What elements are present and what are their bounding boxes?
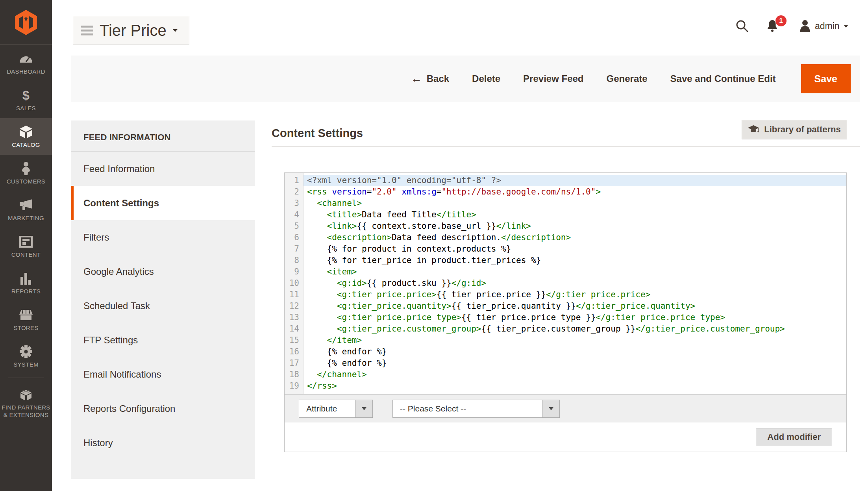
panel-item-google-analytics[interactable]: Google Analytics (71, 254, 255, 289)
panel-item-scheduled-task[interactable]: Scheduled Task (71, 289, 255, 323)
code-line[interactable]: {% endfor %} (304, 346, 846, 358)
panel-item-content-settings[interactable]: Content Settings (71, 186, 255, 220)
modifier-button-row: Add modifier (285, 422, 846, 452)
notifications-bell[interactable]: 1 (766, 19, 779, 33)
line-number: 9 (285, 266, 303, 278)
sidebar-item-system[interactable]: SYSTEM (0, 338, 52, 374)
line-number: 12 (285, 300, 303, 312)
code-line[interactable]: </item> (304, 335, 846, 346)
sidebar-label: CONTENT (11, 251, 41, 258)
back-arrow-icon: ← (411, 72, 422, 85)
line-number: 14 (285, 323, 303, 335)
code-line[interactable]: <g:tier_price.price>{{ tier_price.price … (304, 289, 846, 300)
select-arrow-icon[interactable] (542, 400, 559, 417)
sidebar-label: STORES (13, 324, 38, 331)
sidebar-item-catalog[interactable]: CATALOG (0, 118, 52, 155)
code-line[interactable]: <title>Data feed Title</title> (304, 209, 846, 220)
editor-code[interactable]: <?xml version="1.0" encoding="utf-8" ?><… (304, 173, 846, 394)
sidebar-item-find-partners[interactable]: FIND PARTNERS& EXTENSIONS (0, 381, 52, 424)
modifier-type-select[interactable]: Attribute (299, 400, 373, 418)
customers-icon (21, 162, 31, 175)
page-title-box: Tier Price (73, 16, 189, 45)
modifier-type-value: Attribute (299, 400, 355, 417)
admin-user-menu[interactable]: admin (799, 20, 848, 32)
template-editor: 12345678910111213141516171819 <?xml vers… (284, 172, 847, 452)
code-line[interactable]: {% for tier_price in product.tier_prices… (304, 255, 846, 266)
sales-icon: $ (22, 89, 30, 102)
code-line[interactable]: <g:tier_price.customer_group>{{ tier_pri… (304, 323, 846, 335)
panel-item-filters[interactable]: Filters (71, 220, 255, 254)
preview-feed-button[interactable]: Preview Feed (523, 73, 583, 84)
sidebar-item-customers[interactable]: CUSTOMERS (0, 155, 52, 191)
sidebar-item-marketing[interactable]: MARKETING (0, 191, 52, 228)
code-line[interactable]: <g:tier_price.quantity>{{ tier_price.qua… (304, 300, 846, 312)
line-number: 3 (285, 198, 303, 209)
select-arrow-icon[interactable] (355, 400, 372, 417)
panel-item-feed-information[interactable]: Feed Information (71, 152, 255, 186)
feed-information-panel: FEED INFORMATION Feed Information Conten… (71, 120, 255, 479)
sidebar-label: MARKETING (8, 215, 44, 221)
code-line[interactable]: <item> (304, 266, 846, 278)
save-button[interactable]: Save (801, 64, 851, 93)
code-line[interactable]: <g:id>{{ product.sku }}</g:id> (304, 278, 846, 289)
panel-item-history[interactable]: History (71, 426, 255, 460)
sidebar-item-sales[interactable]: $ SALES (0, 82, 52, 118)
title-caret-icon[interactable] (173, 29, 178, 32)
sidebar-item-reports[interactable]: REPORTS (0, 265, 52, 301)
code-line[interactable]: <g:tier_price.price_type>{{ tier_price.p… (304, 312, 846, 323)
reports-icon (20, 272, 32, 285)
code-line[interactable]: </channel> (304, 369, 846, 380)
sidebar-label: REPORTS (11, 288, 41, 295)
admin-sidebar: DASHBOARD $ SALES CATALOG CUSTOMERS MARK… (0, 0, 52, 491)
sidebar-label: CATALOG (12, 141, 40, 148)
modifier-bar: Attribute -- Please Select -- (285, 394, 846, 422)
line-number: 2 (285, 186, 303, 198)
panel-item-reports-configuration[interactable]: Reports Configuration (71, 391, 255, 426)
panel-item-email-notifications[interactable]: Email Notifications (71, 357, 255, 391)
sidebar-label: SALES (16, 105, 36, 111)
line-number: 13 (285, 312, 303, 323)
page-actions-toolbar: ← Back Delete Preview Feed Generate Save… (71, 56, 860, 102)
magento-admin-page: { "colors": { "accent_orange": "#eb5202"… (0, 0, 868, 491)
panel-item-ftp-settings[interactable]: FTP Settings (71, 323, 255, 357)
line-number: 6 (285, 232, 303, 243)
line-number: 18 (285, 369, 303, 380)
magento-logo[interactable] (0, 0, 52, 45)
add-modifier-button[interactable]: Add modifier (756, 428, 832, 446)
sidebar-item-dashboard[interactable]: DASHBOARD (0, 45, 52, 82)
code-line[interactable]: {% endfor %} (304, 358, 846, 369)
code-line[interactable]: <rss version="2.0" xmlns:g="http://base.… (304, 186, 846, 198)
code-line[interactable]: <?xml version="1.0" encoding="utf-8" ?> (304, 175, 846, 186)
delete-button[interactable]: Delete (472, 73, 500, 84)
sidebar-item-content[interactable]: CONTENT (0, 228, 52, 265)
code-line[interactable]: <description>Data feed description.</des… (304, 232, 846, 243)
line-number: 19 (285, 380, 303, 392)
stores-icon (19, 308, 33, 322)
code-editor[interactable]: 12345678910111213141516171819 <?xml vers… (285, 173, 846, 394)
code-line[interactable]: </rss> (304, 380, 846, 392)
sidebar-item-stores[interactable]: STORES (0, 301, 52, 338)
code-line[interactable]: <link>{{ context.store.base_url }}</link… (304, 220, 846, 232)
dashboard-icon (19, 52, 33, 65)
heading-divider (272, 146, 860, 147)
page-title: Tier Price (100, 22, 167, 39)
menu-toggle-icon[interactable] (81, 26, 93, 35)
code-line[interactable]: <channel> (304, 198, 846, 209)
line-number: 15 (285, 335, 303, 346)
search-icon[interactable] (735, 19, 749, 33)
admin-caret-icon (844, 25, 848, 28)
code-line[interactable]: {% for product in context.products %} (304, 243, 846, 255)
catalog-icon (19, 125, 33, 139)
content-icon (19, 235, 33, 248)
line-number: 5 (285, 220, 303, 232)
line-number: 11 (285, 289, 303, 300)
back-button[interactable]: ← Back (411, 72, 449, 85)
save-and-continue-button[interactable]: Save and Continue Edit (670, 73, 776, 84)
notification-count-badge[interactable]: 1 (775, 15, 787, 26)
line-number: 16 (285, 346, 303, 358)
modifier-attribute-select[interactable]: -- Please Select -- (392, 400, 560, 418)
generate-button[interactable]: Generate (607, 73, 648, 84)
sidebar-label: DASHBOARD (7, 68, 45, 75)
modifier-attribute-value: -- Please Select -- (393, 400, 542, 417)
library-of-patterns-button[interactable]: Library of patterns (742, 120, 847, 139)
